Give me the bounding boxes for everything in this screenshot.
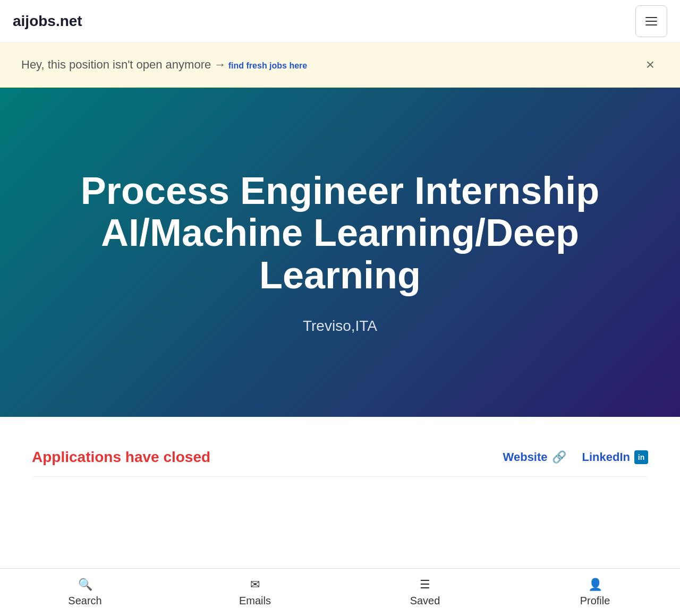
- header: aijobs.net: [0, 0, 680, 42]
- nav-item-search[interactable]: 🔍 Search: [0, 569, 170, 616]
- notification-banner: Hey, this position isn't open anymore → …: [0, 42, 680, 88]
- website-label: Website: [503, 450, 548, 464]
- profile-label: Profile: [580, 595, 610, 607]
- saved-label: Saved: [410, 595, 440, 607]
- company-links-row: Applications have closed Website 🔗 Linke…: [32, 449, 648, 477]
- job-location: Treviso,ITA: [303, 318, 377, 335]
- nav-item-profile[interactable]: 👤 Profile: [510, 569, 680, 616]
- profile-icon: 👤: [588, 578, 602, 592]
- bottom-nav: 🔍 Search ✉ Emails ☰ Saved 👤 Profile: [0, 568, 680, 616]
- hero-section: Process Engineer Internship AI/Machine L…: [0, 88, 680, 417]
- job-title: Process Engineer Internship AI/Machine L…: [74, 170, 606, 296]
- hamburger-line-3: [645, 24, 657, 25]
- linkedin-label: LinkedIn: [582, 450, 630, 464]
- website-link[interactable]: Website 🔗: [503, 450, 566, 464]
- emails-icon: ✉: [250, 578, 260, 592]
- saved-icon: ☰: [420, 578, 430, 592]
- company-links: Website 🔗 LinkedIn in: [503, 450, 648, 464]
- banner-message: Hey, this position isn't open anymore → …: [21, 58, 307, 72]
- banner-close-button[interactable]: ×: [642, 55, 659, 74]
- nav-item-saved[interactable]: ☰ Saved: [340, 569, 510, 616]
- banner-text: Hey, this position isn't open anymore →: [21, 58, 226, 71]
- applications-closed-label: Applications have closed: [32, 449, 210, 466]
- emails-label: Emails: [239, 595, 271, 607]
- logo-jobs: jobs.net: [25, 13, 82, 29]
- logo-ai: ai: [13, 13, 25, 29]
- content-section: Applications have closed Website 🔗 Linke…: [0, 417, 680, 493]
- linkedin-icon: in: [634, 450, 648, 464]
- linkedin-link[interactable]: LinkedIn in: [582, 450, 648, 464]
- search-label: Search: [68, 595, 101, 607]
- hamburger-button[interactable]: [635, 5, 667, 37]
- hamburger-line-2: [645, 21, 657, 22]
- hamburger-line-1: [645, 17, 657, 18]
- logo[interactable]: aijobs.net: [13, 13, 82, 30]
- search-icon: 🔍: [78, 578, 92, 592]
- find-jobs-link[interactable]: find fresh jobs here: [228, 61, 307, 70]
- nav-item-emails[interactable]: ✉ Emails: [170, 569, 340, 616]
- link-icon: 🔗: [552, 450, 566, 464]
